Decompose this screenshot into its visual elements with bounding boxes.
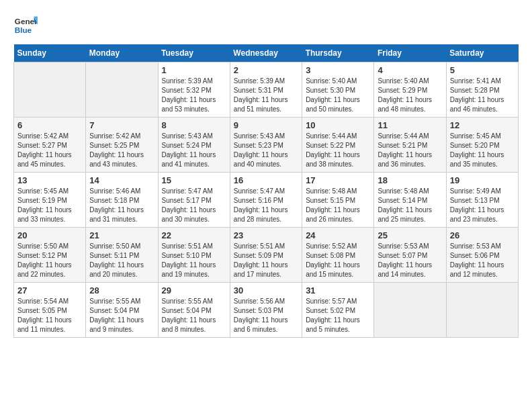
day-info: Sunrise: 5:47 AMSunset: 5:16 PMDaylight:… [234, 187, 298, 224]
calendar-cell: 16Sunrise: 5:47 AMSunset: 5:16 PMDayligh… [230, 173, 302, 228]
day-info: Sunrise: 5:50 AMSunset: 5:12 PMDaylight:… [17, 242, 82, 279]
day-info: Sunrise: 5:46 AMSunset: 5:18 PMDaylight:… [89, 187, 154, 224]
day-number: 26 [450, 230, 515, 240]
day-info: Sunrise: 5:50 AMSunset: 5:11 PMDaylight:… [89, 242, 154, 279]
calendar-cell: 7Sunrise: 5:42 AMSunset: 5:25 PMDaylight… [86, 118, 158, 173]
calendar-cell: 29Sunrise: 5:55 AMSunset: 5:04 PMDayligh… [158, 283, 230, 338]
day-number: 15 [162, 175, 226, 185]
calendar-week-4: 20Sunrise: 5:50 AMSunset: 5:12 PMDayligh… [14, 228, 519, 283]
calendar-cell: 18Sunrise: 5:48 AMSunset: 5:14 PMDayligh… [374, 173, 446, 228]
day-number: 25 [378, 230, 442, 240]
day-info: Sunrise: 5:49 AMSunset: 5:13 PMDaylight:… [450, 187, 515, 224]
calendar-cell: 20Sunrise: 5:50 AMSunset: 5:12 PMDayligh… [14, 228, 86, 283]
day-number: 31 [306, 285, 370, 295]
day-number: 20 [17, 230, 82, 240]
day-info: Sunrise: 5:39 AMSunset: 5:31 PMDaylight:… [234, 77, 298, 114]
day-number: 19 [450, 175, 515, 185]
day-info: Sunrise: 5:44 AMSunset: 5:22 PMDaylight:… [306, 132, 370, 169]
day-number: 10 [306, 120, 370, 130]
calendar-cell: 26Sunrise: 5:53 AMSunset: 5:06 PMDayligh… [446, 228, 518, 283]
weekday-header-monday: Monday [86, 44, 158, 62]
calendar-cell: 25Sunrise: 5:53 AMSunset: 5:07 PMDayligh… [374, 228, 446, 283]
calendar-cell: 2Sunrise: 5:39 AMSunset: 5:31 PMDaylight… [230, 62, 302, 118]
calendar-cell: 5Sunrise: 5:41 AMSunset: 5:28 PMDaylight… [446, 62, 518, 118]
day-info: Sunrise: 5:55 AMSunset: 5:04 PMDaylight:… [89, 297, 154, 334]
day-info: Sunrise: 5:57 AMSunset: 5:02 PMDaylight:… [306, 297, 370, 334]
logo: General Blue [13, 13, 38, 38]
day-number: 6 [17, 120, 82, 130]
day-info: Sunrise: 5:51 AMSunset: 5:10 PMDaylight:… [162, 242, 226, 279]
page-header: General Blue [13, 13, 519, 38]
day-info: Sunrise: 5:39 AMSunset: 5:32 PMDaylight:… [162, 77, 226, 114]
calendar-week-3: 13Sunrise: 5:45 AMSunset: 5:19 PMDayligh… [14, 173, 519, 228]
calendar-table: SundayMondayTuesdayWednesdayThursdayFrid… [13, 44, 519, 338]
day-info: Sunrise: 5:54 AMSunset: 5:05 PMDaylight:… [17, 297, 82, 334]
day-info: Sunrise: 5:53 AMSunset: 5:06 PMDaylight:… [450, 242, 515, 279]
day-info: Sunrise: 5:48 AMSunset: 5:14 PMDaylight:… [378, 187, 442, 224]
weekday-header-tuesday: Tuesday [158, 44, 230, 62]
day-number: 7 [89, 120, 154, 130]
calendar-cell: 24Sunrise: 5:52 AMSunset: 5:08 PMDayligh… [302, 228, 374, 283]
calendar-cell: 27Sunrise: 5:54 AMSunset: 5:05 PMDayligh… [14, 283, 86, 338]
calendar-cell: 21Sunrise: 5:50 AMSunset: 5:11 PMDayligh… [86, 228, 158, 283]
calendar-cell: 17Sunrise: 5:48 AMSunset: 5:15 PMDayligh… [302, 173, 374, 228]
calendar-cell: 30Sunrise: 5:56 AMSunset: 5:03 PMDayligh… [230, 283, 302, 338]
weekday-header-row: SundayMondayTuesdayWednesdayThursdayFrid… [14, 44, 519, 62]
calendar-cell: 19Sunrise: 5:49 AMSunset: 5:13 PMDayligh… [446, 173, 518, 228]
calendar-cell: 11Sunrise: 5:44 AMSunset: 5:21 PMDayligh… [374, 118, 446, 173]
calendar-cell: 3Sunrise: 5:40 AMSunset: 5:30 PMDaylight… [302, 62, 374, 118]
day-number: 27 [17, 285, 82, 295]
calendar-week-1: 1Sunrise: 5:39 AMSunset: 5:32 PMDaylight… [14, 62, 519, 118]
day-number: 28 [89, 285, 154, 295]
day-number: 17 [306, 175, 370, 185]
calendar-cell [446, 283, 518, 338]
logo-icon: General Blue [13, 13, 38, 38]
day-number: 23 [234, 230, 298, 240]
calendar-cell: 4Sunrise: 5:40 AMSunset: 5:29 PMDaylight… [374, 62, 446, 118]
day-info: Sunrise: 5:42 AMSunset: 5:25 PMDaylight:… [89, 132, 154, 169]
calendar-cell: 15Sunrise: 5:47 AMSunset: 5:17 PMDayligh… [158, 173, 230, 228]
calendar-week-2: 6Sunrise: 5:42 AMSunset: 5:27 PMDaylight… [14, 118, 519, 173]
calendar-cell: 6Sunrise: 5:42 AMSunset: 5:27 PMDaylight… [14, 118, 86, 173]
day-number: 9 [234, 120, 298, 130]
day-number: 5 [450, 65, 515, 75]
day-number: 4 [378, 65, 442, 75]
day-number: 14 [89, 175, 154, 185]
day-number: 12 [450, 120, 515, 130]
day-number: 18 [378, 175, 442, 185]
day-number: 3 [306, 65, 370, 75]
calendar-cell: 13Sunrise: 5:45 AMSunset: 5:19 PMDayligh… [14, 173, 86, 228]
day-number: 21 [89, 230, 154, 240]
day-number: 11 [378, 120, 442, 130]
weekday-header-thursday: Thursday [302, 44, 374, 62]
day-number: 8 [162, 120, 226, 130]
weekday-header-saturday: Saturday [446, 44, 518, 62]
day-info: Sunrise: 5:56 AMSunset: 5:03 PMDaylight:… [234, 297, 298, 334]
calendar-cell [14, 62, 86, 118]
svg-text:Blue: Blue [15, 26, 32, 34]
calendar-cell: 12Sunrise: 5:45 AMSunset: 5:20 PMDayligh… [446, 118, 518, 173]
day-info: Sunrise: 5:44 AMSunset: 5:21 PMDaylight:… [378, 132, 442, 169]
day-number: 13 [17, 175, 82, 185]
day-info: Sunrise: 5:41 AMSunset: 5:28 PMDaylight:… [450, 77, 515, 114]
day-number: 16 [234, 175, 298, 185]
calendar-cell: 9Sunrise: 5:43 AMSunset: 5:23 PMDaylight… [230, 118, 302, 173]
day-number: 29 [162, 285, 226, 295]
day-number: 30 [234, 285, 298, 295]
day-info: Sunrise: 5:53 AMSunset: 5:07 PMDaylight:… [378, 242, 442, 279]
day-info: Sunrise: 5:40 AMSunset: 5:30 PMDaylight:… [306, 77, 370, 114]
day-info: Sunrise: 5:48 AMSunset: 5:15 PMDaylight:… [306, 187, 370, 224]
calendar-cell: 14Sunrise: 5:46 AMSunset: 5:18 PMDayligh… [86, 173, 158, 228]
day-info: Sunrise: 5:45 AMSunset: 5:19 PMDaylight:… [17, 187, 82, 224]
day-number: 22 [162, 230, 226, 240]
calendar-cell: 28Sunrise: 5:55 AMSunset: 5:04 PMDayligh… [86, 283, 158, 338]
day-info: Sunrise: 5:42 AMSunset: 5:27 PMDaylight:… [17, 132, 82, 169]
calendar-cell [374, 283, 446, 338]
day-info: Sunrise: 5:52 AMSunset: 5:08 PMDaylight:… [306, 242, 370, 279]
calendar-cell: 1Sunrise: 5:39 AMSunset: 5:32 PMDaylight… [158, 62, 230, 118]
weekday-header-friday: Friday [374, 44, 446, 62]
day-info: Sunrise: 5:45 AMSunset: 5:20 PMDaylight:… [450, 132, 515, 169]
day-info: Sunrise: 5:47 AMSunset: 5:17 PMDaylight:… [162, 187, 226, 224]
calendar-cell: 22Sunrise: 5:51 AMSunset: 5:10 PMDayligh… [158, 228, 230, 283]
day-info: Sunrise: 5:51 AMSunset: 5:09 PMDaylight:… [234, 242, 298, 279]
